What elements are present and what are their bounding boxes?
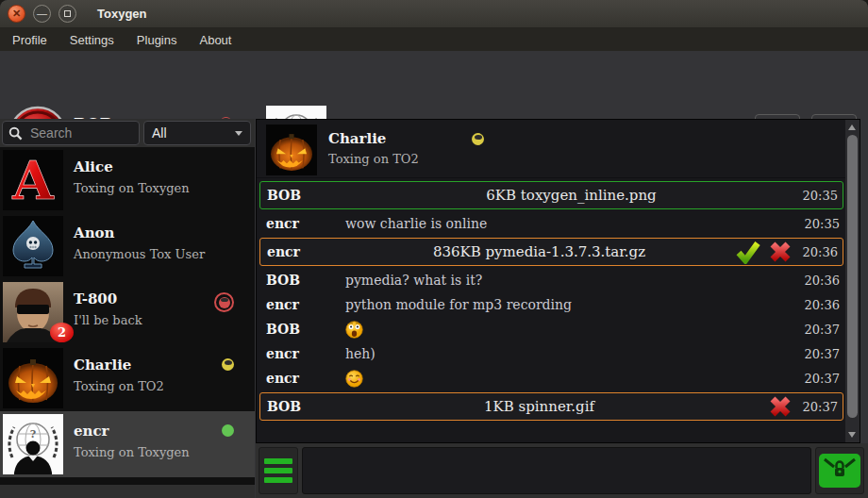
contact-name: encr (74, 423, 109, 440)
contact-row-alice[interactable]: A Alice Toxing on Toxygen (0, 147, 255, 213)
message-sender: BOB (267, 399, 346, 414)
message-sender: BOB (266, 273, 345, 288)
search-icon (8, 126, 23, 141)
message-row: encr wow charlie is online 20:35 (257, 211, 845, 236)
file-transfer-row: BOB 6KB toxygen_inline.png 20:35 (259, 181, 843, 209)
charlie-avatar (266, 124, 317, 175)
smileys-menu-button[interactable] (259, 447, 298, 494)
decline-cross-icon (769, 395, 792, 418)
message-time: 20:36 (805, 274, 840, 288)
message-time: 20:37 (805, 323, 840, 337)
online-status-icon (222, 424, 234, 437)
encr-avatar: ? (3, 414, 63, 474)
message-sender: BOB (267, 188, 346, 203)
message-text: wow charlie is online (345, 216, 805, 231)
contact-filter-dropdown[interactable]: All (143, 121, 251, 145)
away-status-icon (222, 358, 234, 371)
message-text (345, 321, 805, 339)
file-name: 6KB toxygen_inline.png (346, 187, 796, 204)
sidebar-search-row: All (0, 119, 255, 147)
svg-text:?: ? (30, 428, 36, 440)
message-time: 20:35 (796, 189, 838, 203)
away-status-icon (472, 133, 484, 145)
menubar: Profile Settings Plugins About (0, 28, 868, 51)
charlie-avatar (3, 348, 63, 408)
contact-name: T-800 (74, 290, 117, 307)
contact-filter-value: All (152, 125, 167, 141)
message-time: 20:36 (805, 298, 840, 312)
message-time: 20:37 (805, 372, 840, 386)
message-time: 20:35 (805, 217, 840, 231)
spacer (732, 394, 764, 419)
toxygen-window: ✕ — Toxygen Profile Settings Plugins Abo… (0, 0, 868, 498)
file-name: 836KB pymedia-1.3.7.3.tar.gz (346, 243, 732, 260)
maximize-icon (64, 10, 71, 17)
accept-file-button[interactable] (732, 240, 764, 264)
search-box[interactable] (2, 121, 140, 145)
message-sender: encr (266, 371, 345, 386)
message-time: 20:37 (805, 347, 840, 361)
decline-cross-icon (769, 241, 792, 263)
close-button[interactable]: ✕ (8, 5, 25, 23)
chevron-down-icon (235, 131, 242, 136)
svg-text:A: A (11, 150, 55, 210)
contact-status-message: Toxing on Toxygen (74, 445, 190, 459)
contact-row-anon[interactable]: Anon Anonymous Tox User (0, 213, 255, 279)
scroll-up-icon[interactable] (848, 124, 856, 130)
contact-name: Alice (74, 158, 113, 175)
maximize-button[interactable] (58, 5, 76, 23)
message-row: encr heh) 20:37 (257, 341, 845, 366)
contact-list: A Alice Toxing on Toxygen Anon Anonymous… (0, 147, 255, 485)
hamburger-menu-icon (264, 458, 292, 464)
chat-peer-name: Charlie (328, 130, 386, 147)
message-text: heh) (345, 346, 805, 361)
menu-plugins[interactable]: Plugins (125, 28, 189, 51)
contact-name: Charlie (74, 357, 131, 374)
cancel-transfer-button[interactable] (764, 394, 796, 419)
minimize-button[interactable]: — (33, 5, 51, 23)
contact-row-t800[interactable]: T-800 I'll be back 2 (0, 279, 255, 345)
contact-status-message: I'll be back (74, 313, 142, 327)
chat-peer-status-message: Toxing on TO2 (328, 152, 419, 166)
contact-name: Anon (74, 224, 114, 241)
file-transfer-row: encr 836KB pymedia-1.3.7.3.tar.gz 20:36 (259, 238, 843, 266)
contact-row-encr[interactable]: ? encr Toxing on Toxygen (0, 411, 255, 477)
unread-count-badge: 2 (50, 323, 74, 342)
chat-scrollbar[interactable] (845, 120, 860, 442)
message-sender: BOB (266, 322, 345, 337)
scroll-down-icon[interactable] (848, 432, 856, 438)
message-text: python module for mp3 recording (345, 297, 805, 312)
message-row: encr 20:37 (257, 366, 845, 390)
anon-avatar (3, 216, 63, 276)
sidebar-bottom-strip (0, 485, 255, 498)
search-input[interactable] (28, 124, 123, 141)
alice-avatar: A (3, 150, 63, 210)
send-envelope-lock-icon (817, 452, 862, 490)
contact-row-charlie[interactable]: Charlie Toxing on TO2 (0, 345, 255, 411)
message-sender: encr (266, 346, 345, 361)
message-time: 20:36 (796, 245, 838, 259)
smiling-face-emoji (345, 370, 363, 388)
file-transfer-row: BOB 1KB spinner.gif 20:37 (259, 392, 843, 421)
message-row: BOB 20:37 (257, 317, 845, 341)
message-text (345, 370, 805, 388)
menu-profile[interactable]: Profile (0, 28, 58, 51)
scrollbar-thumb[interactable] (847, 135, 858, 418)
message-row: encr python module for mp3 recording 20:… (257, 292, 845, 317)
chat-peer-card: Charlie Toxing on TO2 (257, 120, 860, 178)
message-sender: encr (266, 216, 345, 231)
busy-new-message-status-icon (214, 292, 234, 312)
message-sender: encr (266, 297, 345, 312)
file-name: 1KB spinner.gif (346, 398, 732, 415)
header: B BOB Looking for Python dev… ? encr Tox… (0, 51, 868, 119)
message-list: BOB 6KB toxygen_inline.png 20:35 encr wo… (257, 179, 845, 423)
message-input[interactable] (302, 447, 811, 494)
send-button[interactable] (815, 447, 864, 494)
decline-file-button[interactable] (764, 240, 796, 264)
message-sender: encr (267, 244, 346, 259)
titlebar: ✕ — Toxygen (0, 0, 868, 28)
menu-settings[interactable]: Settings (58, 28, 125, 51)
contact-status-message: Anonymous Tox User (74, 247, 205, 261)
shocked-face-emoji (345, 321, 363, 339)
menu-about[interactable]: About (188, 28, 242, 51)
